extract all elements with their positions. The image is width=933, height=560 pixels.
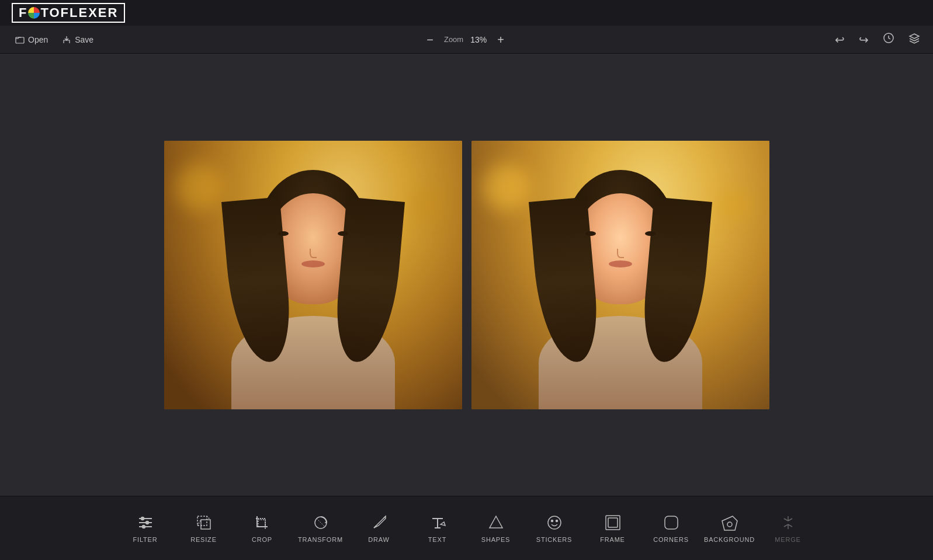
svg-point-17 bbox=[548, 516, 561, 529]
crop-label: CROP bbox=[252, 536, 272, 543]
crop-icon bbox=[254, 514, 271, 531]
edited-image-panel bbox=[471, 141, 769, 409]
tool-shapes[interactable]: SHAPES bbox=[467, 496, 525, 560]
resize-label: RESIZE bbox=[190, 536, 217, 543]
svg-point-6 bbox=[145, 521, 148, 524]
canvas-area bbox=[0, 54, 933, 496]
svg-point-24 bbox=[727, 522, 732, 527]
toolbar: Open Save − Zoom 13% + ↩ ↪ bbox=[0, 26, 933, 54]
merge-label: MERGE bbox=[775, 536, 800, 543]
background-label: BACKGROUND bbox=[704, 536, 755, 543]
tool-merge[interactable]: MERGE bbox=[759, 496, 817, 560]
tool-text[interactable]: TEXT bbox=[408, 496, 467, 560]
svg-rect-22 bbox=[665, 516, 678, 529]
tool-draw[interactable]: DRAW bbox=[350, 496, 408, 560]
filter-icon bbox=[137, 514, 154, 531]
save-button[interactable]: Save bbox=[56, 32, 99, 48]
zoom-value: 13% bbox=[470, 35, 487, 44]
svg-rect-8 bbox=[197, 516, 207, 526]
svg-marker-23 bbox=[722, 516, 737, 530]
logo-f: F bbox=[19, 5, 27, 20]
toolbar-right: ↩ ↪ bbox=[831, 30, 924, 49]
svg-point-18 bbox=[551, 520, 553, 521]
undo-button[interactable]: ↩ bbox=[831, 30, 848, 49]
svg-point-7 bbox=[142, 525, 145, 528]
tool-background[interactable]: BACKGROUND bbox=[700, 496, 759, 560]
filter-label: FILTER bbox=[133, 536, 158, 543]
zoom-out-button[interactable]: − bbox=[423, 33, 437, 47]
text-icon bbox=[429, 514, 446, 531]
save-icon bbox=[62, 35, 71, 44]
layers-button[interactable] bbox=[905, 30, 924, 49]
redo-button[interactable]: ↪ bbox=[855, 30, 872, 49]
merge-icon bbox=[779, 514, 797, 531]
tool-filter[interactable]: FILTER bbox=[116, 496, 175, 560]
stickers-icon bbox=[546, 514, 563, 531]
text-label: TEXT bbox=[428, 536, 446, 543]
open-button[interactable]: Open bbox=[9, 32, 54, 48]
tool-crop[interactable]: CROP bbox=[233, 496, 292, 560]
transform-icon bbox=[312, 514, 330, 531]
zoom-in-button[interactable]: + bbox=[494, 33, 508, 47]
tool-transform[interactable]: TRANSFORM bbox=[292, 496, 350, 560]
zoom-label: Zoom bbox=[444, 35, 463, 44]
svg-rect-12 bbox=[258, 520, 265, 527]
background-icon bbox=[721, 514, 738, 531]
draw-icon bbox=[370, 514, 388, 531]
stickers-label: STICKERS bbox=[536, 536, 572, 543]
svg-line-11 bbox=[207, 516, 210, 520]
transform-label: TRANSFORM bbox=[298, 536, 343, 543]
frame-label: FRAME bbox=[600, 536, 625, 543]
resize-icon bbox=[195, 514, 213, 531]
bottom-toolbar: FILTER RESIZE CROP TRANSFORM bbox=[0, 496, 933, 560]
corners-icon bbox=[663, 514, 680, 531]
svg-rect-9 bbox=[201, 520, 210, 529]
tool-corners[interactable]: CORNERS bbox=[642, 496, 700, 560]
save-label: Save bbox=[75, 35, 93, 44]
history-button[interactable] bbox=[879, 30, 898, 49]
svg-marker-16 bbox=[490, 516, 502, 528]
original-image-panel bbox=[164, 141, 462, 409]
logo: F TOFLEXER bbox=[12, 3, 125, 23]
corners-label: CORNERS bbox=[653, 536, 689, 543]
brand-bar: F TOFLEXER bbox=[0, 0, 933, 26]
draw-label: DRAW bbox=[368, 536, 389, 543]
svg-point-5 bbox=[141, 517, 144, 520]
svg-line-14 bbox=[317, 519, 325, 527]
shapes-label: SHAPES bbox=[481, 536, 510, 543]
tool-frame[interactable]: FRAME bbox=[584, 496, 642, 560]
zoom-control: − Zoom 13% + bbox=[423, 33, 508, 47]
images-container bbox=[164, 141, 769, 409]
logo-rest: TOFLEXER bbox=[40, 5, 118, 20]
open-icon bbox=[15, 35, 25, 44]
logo-o-circle bbox=[28, 7, 40, 19]
tool-resize[interactable]: RESIZE bbox=[175, 496, 233, 560]
svg-point-19 bbox=[556, 520, 557, 521]
svg-rect-21 bbox=[608, 518, 618, 527]
svg-line-10 bbox=[197, 520, 201, 526]
shapes-icon bbox=[487, 514, 505, 531]
tool-stickers[interactable]: STICKERS bbox=[525, 496, 584, 560]
frame-icon bbox=[604, 514, 622, 531]
open-label: Open bbox=[28, 35, 48, 44]
